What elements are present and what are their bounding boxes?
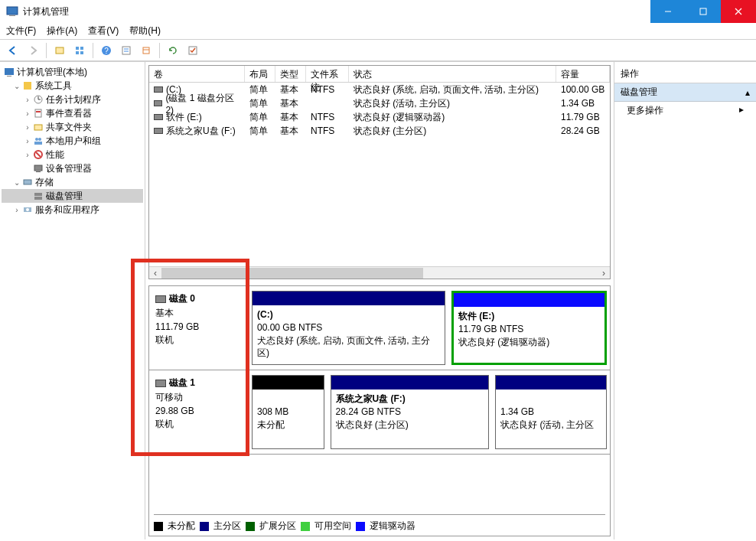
actions-more[interactable]: 更多操作 ▸ — [614, 102, 756, 119]
menu-help[interactable]: 帮助(H) — [129, 24, 161, 37]
collapse-icon[interactable]: ⌄ — [12, 82, 21, 90]
svg-rect-20 — [7, 76, 11, 77]
app-icon — [6, 5, 18, 18]
tree-perf[interactable]: ›性能 — [2, 148, 143, 161]
scroll-track[interactable] — [161, 267, 598, 279]
partition-bar — [253, 292, 445, 305]
tree-services[interactable]: ›服务和应用程序 — [2, 203, 143, 217]
svg-point-39 — [26, 208, 29, 211]
tree-eventvwr[interactable]: ›事件查看器 — [2, 106, 143, 120]
window-minimize-button[interactable] — [650, 0, 686, 23]
partition-c[interactable]: (C:) 00.00 GB NTFS 犬态良好 (系统, 启动, 页面文件, 活… — [252, 291, 445, 365]
actions-header: 操作 — [614, 65, 756, 83]
toolbar-separator — [46, 43, 47, 58]
volume-icon — [154, 100, 162, 106]
disk-legend: 未分配 主分区 扩展分区 可用空间 逻辑驱动器 — [154, 514, 605, 533]
col-volume[interactable]: 卷 — [149, 66, 245, 82]
back-button[interactable] — [5, 42, 21, 59]
window-titlebar: 计算机管理 — [0, 0, 756, 23]
horizontal-scrollbar[interactable]: ‹ › — [149, 266, 610, 279]
svg-point-29 — [38, 138, 41, 141]
volume-row[interactable]: 系统之家U盘 (F:)简单基本NTFS状态良好 (主分区)28.24 GB — [149, 124, 610, 138]
expand-icon[interactable]: › — [23, 151, 32, 159]
col-layout[interactable]: 布局 — [245, 66, 275, 82]
volume-row[interactable]: 软件 (E:)简单基本NTFS状态良好 (逻辑驱动器)11.79 GB — [149, 110, 610, 124]
refresh-button[interactable] — [165, 42, 181, 59]
scroll-left-icon[interactable]: ‹ — [149, 267, 161, 279]
partition-f[interactable]: 系统之家U盘 (F:) 28.24 GB NTFS 状态良好 (主分区) — [331, 375, 490, 449]
expand-icon[interactable]: › — [12, 206, 21, 214]
tree-shared[interactable]: ›共享文件夹 — [2, 120, 143, 134]
actions-target[interactable]: 磁盘管理 ▴ — [614, 83, 756, 102]
tree-localusers[interactable]: ›本地用户和组 — [2, 134, 143, 148]
partition-e[interactable]: 软件 (E:) 11.79 GB NTFS 状态良好 (逻辑驱动器) — [451, 291, 607, 365]
window-maximize-button[interactable] — [686, 0, 721, 23]
check-button[interactable] — [184, 42, 201, 59]
partition-active[interactable]: 1.34 GB 状态良好 (活动, 主分区 — [495, 375, 607, 449]
tree-diskmgmt[interactable]: 磁盘管理 — [2, 189, 143, 203]
col-status[interactable]: 状态 — [349, 66, 556, 82]
legend-swatch-logical — [356, 522, 365, 531]
disk-0-info[interactable]: 磁盘 0 基本 111.79 GB 联机 — [149, 286, 249, 370]
menu-action[interactable]: 操作(A) — [47, 24, 77, 37]
disk-graphic-pane[interactable]: 磁盘 0 基本 111.79 GB 联机 (C:) 00.00 GB NTFS … — [148, 285, 611, 536]
svg-rect-30 — [34, 142, 42, 145]
volume-list[interactable]: 卷 布局 类型 文件系统 状态 容量 (C:)简单基本NTFS状态良好 (系统,… — [148, 65, 611, 279]
col-type[interactable]: 类型 — [275, 66, 306, 82]
tree-systools[interactable]: ⌄系统工具 — [2, 79, 143, 93]
window-title: 计算机管理 — [23, 5, 650, 18]
disk-1-info[interactable]: 磁盘 1 可移动 29.88 GB 联机 — [149, 370, 249, 454]
expand-icon[interactable]: › — [23, 137, 32, 145]
expand-icon[interactable]: › — [23, 109, 32, 118]
forward-button[interactable] — [24, 42, 41, 59]
menu-view[interactable]: 查看(V) — [88, 24, 119, 37]
svg-text:?: ? — [104, 47, 109, 55]
help-button[interactable]: ? — [98, 42, 115, 59]
partition-bar — [454, 293, 604, 307]
partition-unalloc[interactable]: 308 MB 未分配 — [252, 375, 324, 449]
disk-row-1[interactable]: 磁盘 1 可移动 29.88 GB 联机 308 MB 未分配 — [149, 370, 610, 455]
scroll-thumb[interactable] — [161, 268, 423, 279]
col-capacity[interactable]: 容量 — [556, 66, 610, 82]
tree-tasksched[interactable]: ›任务计划程序 — [2, 93, 143, 106]
volume-icon — [154, 114, 163, 120]
legend-swatch-primary — [200, 522, 209, 531]
scroll-right-icon[interactable]: › — [598, 267, 610, 279]
svg-rect-16 — [143, 47, 149, 54]
col-fs[interactable]: 文件系统 — [306, 66, 349, 82]
volume-header-row: 卷 布局 类型 文件系统 状态 容量 — [149, 66, 610, 83]
views-button[interactable] — [71, 42, 88, 59]
legend-swatch-unalloc — [154, 522, 163, 531]
toolbar-separator — [93, 43, 93, 58]
window-close-button[interactable] — [721, 0, 756, 23]
expand-icon[interactable]: › — [23, 123, 32, 132]
svg-rect-3 — [700, 8, 706, 15]
svg-rect-0 — [7, 7, 18, 15]
disk-icon — [155, 380, 166, 387]
tree-storage[interactable]: ⌄存储 — [2, 175, 143, 189]
tree-label: 计算机管理(本地) — [17, 66, 87, 79]
disk-row-0[interactable]: 磁盘 0 基本 111.79 GB 联机 (C:) 00.00 GB NTFS … — [149, 286, 610, 370]
list-button[interactable] — [138, 42, 155, 59]
submenu-arrow-icon: ▸ — [739, 104, 744, 117]
tree-devmgr[interactable]: 设备管理器 — [2, 161, 143, 175]
menu-file[interactable]: 文件(F) — [6, 24, 36, 37]
up-button[interactable] — [51, 42, 68, 59]
svg-rect-37 — [34, 197, 42, 200]
svg-point-28 — [35, 138, 38, 141]
svg-rect-13 — [122, 47, 130, 54]
expand-icon[interactable]: › — [23, 96, 32, 104]
volume-icon — [154, 128, 163, 134]
tree-root[interactable]: 计算机管理(本地) — [2, 65, 143, 79]
svg-rect-1 — [9, 15, 15, 16]
collapse-icon[interactable]: ⌄ — [12, 178, 21, 187]
collapse-icon[interactable]: ▴ — [745, 87, 750, 98]
toolbar-separator — [159, 43, 160, 58]
navigation-tree[interactable]: 计算机管理(本地) ⌄系统工具 ›任务计划程序 ›事件查看器 ›共享文件夹 ›本… — [0, 62, 145, 539]
props-button[interactable] — [118, 42, 135, 59]
svg-rect-9 — [76, 51, 79, 54]
volume-row[interactable]: (磁盘 1 磁盘分区 2)简单基本状态良好 (活动, 主分区)1.34 GB — [149, 96, 610, 110]
svg-rect-36 — [34, 193, 42, 196]
partition-bar — [331, 376, 489, 389]
disk-icon — [155, 295, 166, 303]
